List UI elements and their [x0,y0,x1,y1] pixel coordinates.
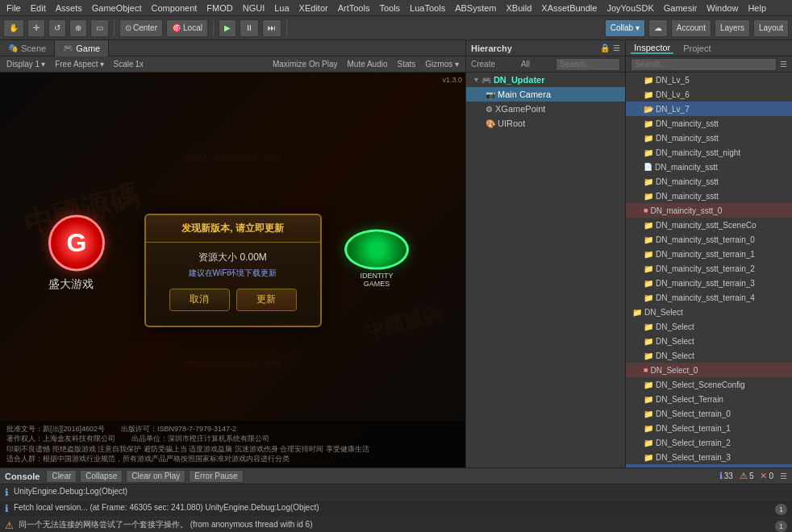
menu-edit[interactable]: Edit [27,3,49,13]
clear-on-play-button[interactable]: Clear on Play [126,470,185,483]
menu-component[interactable]: Component [148,3,200,13]
clear-button[interactable]: Clear [46,470,77,483]
inspector-item[interactable]: 📁DN_Select_terrain_0 [626,406,792,421]
play-button[interactable]: ▶ [219,19,236,37]
inspector-menu-icon[interactable]: ☰ [780,60,787,69]
inspector-item[interactable]: 📁DN_Lv_6 [626,87,792,102]
hierarchy-create-btn[interactable]: Create [471,60,495,69]
tab-project[interactable]: Project [680,44,714,53]
inspector-item[interactable]: 📁DN_Select [626,348,792,363]
inspector-item[interactable]: 📁DN_Select_terrain_2 [626,435,792,450]
hand-tool-button[interactable]: ✋ [3,19,24,37]
menu-arttools[interactable]: ArtTools [335,3,373,13]
dialog-resource-text: 资源大小 0.00M [154,251,312,264]
scale-tool-button[interactable]: ⊕ [69,19,87,37]
inspector-item[interactable]: 📄DN_maincity_sstt [626,160,792,174]
uiroot-icon: 🎨 [486,119,495,128]
hierarchy-root-item[interactable]: ▼ 🎮 DN_Updater [466,73,625,87]
center-button[interactable]: ⊙ Center [119,19,163,37]
menu-tools[interactable]: Tools [376,3,403,13]
menu-joyyousdk[interactable]: JoyYouSDK [603,3,657,13]
menu-window[interactable]: Window [703,3,741,13]
inspector-item[interactable]: 📁DN_maincity_sstt [626,131,792,145]
inspector-item[interactable]: 📁DN_Select_terrain_3 [626,450,792,464]
account-button[interactable]: Account [671,19,711,37]
pause-button[interactable]: ⏸ [240,19,259,37]
inspector-item[interactable]: 📂DN_Lv_7 [626,102,792,116]
inspector-item[interactable]: 📁DN_Select_SceneConfig [626,377,792,392]
inspector-item[interactable]: 📁DN_Select [626,319,792,334]
console-row[interactable]: ℹFetch local version... (at Frame: 46305… [0,501,792,517]
inspector-item[interactable]: 📁DN_Select [626,305,792,319]
console-menu-icon[interactable]: ☰ [780,472,787,480]
inspector-item[interactable]: 📁DN_Select [626,334,792,348]
display-selector[interactable]: Display 1 ▾ [3,60,48,69]
inspector-item[interactable]: 📁DN_Select_terrain_1 [626,421,792,435]
menu-assets[interactable]: Assets [52,3,85,13]
local-label: Local [183,23,202,32]
aspect-selector[interactable]: Free Aspect ▾ [52,60,106,69]
hierarchy-lock-icon[interactable]: 🔒 [600,44,610,52]
inspector-item[interactable]: 📁DN_maincity_sstt [626,174,792,189]
warning-count: 5 [749,472,754,480]
inspector-item[interactable]: 📁DN_maincity_sstt [626,189,792,203]
console-row[interactable]: ℹUnityEngine.Debug:Log(Object) [0,484,792,501]
layout-button[interactable]: Layout [753,19,789,37]
rotate-tool-button[interactable]: ↺ [48,19,66,37]
scale-control[interactable]: Scale 1x [110,60,148,69]
menu-gameobject[interactable]: GameObject [89,3,145,13]
local-button[interactable]: 🎯 Local [166,19,208,37]
hierarchy-item-main-camera[interactable]: 📷 Main Camera [466,87,625,102]
menu-luatools[interactable]: LuaTools [406,3,448,13]
menu-gamesir[interactable]: Gamesir [661,3,701,13]
mute-audio[interactable]: Mute Audio [344,60,390,69]
console-row[interactable]: ⚠同一个无法连接的网络尝试了一个套接字操作。 (from anonymous t… [0,517,792,532]
move-tool-button[interactable]: ✛ [27,19,45,37]
cloud-button[interactable]: ☁ [648,19,668,37]
inspector-item[interactable]: 📁DN_Select_Terrain [626,392,792,406]
maximize-on-play[interactable]: Maximize On Play [269,60,341,69]
menu-lua[interactable]: Lua [271,3,292,13]
inspector-search-input[interactable] [631,58,777,71]
cancel-button[interactable]: 取消 [169,289,230,311]
menu-xbuild[interactable]: XBuild [503,3,536,13]
hierarchy-all-btn[interactable]: All [521,60,530,69]
tab-inspector[interactable]: Inspector [631,43,673,54]
inspector-item[interactable]: 📁DN_maincity_sstt_terrain_2 [626,261,792,276]
step-button[interactable]: ⏭ [262,19,281,37]
collab-button[interactable]: Collab ▾ [605,19,645,37]
tab-scene[interactable]: 🎭 Scene [0,40,55,56]
menu-xeditor[interactable]: XEditor [296,3,331,13]
inspector-item[interactable]: 📁DN_Lv_5 [626,73,792,87]
hierarchy-search-input[interactable] [556,58,620,71]
rect-tool-button[interactable]: ▭ [90,19,109,37]
inspector-item[interactable]: ■DN_Select_0 [626,363,792,377]
menu-file[interactable]: File [3,3,24,13]
menu-fmod[interactable]: FMOD [203,3,236,13]
inspector-item[interactable]: 📁DN_maincity_sstt [626,116,792,131]
hierarchy-item-xgamepoint[interactable]: ⚙ XGamePoint [466,102,625,116]
stats-toggle[interactable]: Stats [394,60,419,69]
menu-absystem[interactable]: ABSystem [452,3,499,13]
dialog-overlay: 发现新版本, 请立即更新 资源大小 0.00M 建议在WiFi环境下载更新 取消… [0,73,465,468]
hierarchy-menu-icon[interactable]: ☰ [613,44,620,52]
update-button[interactable]: 更新 [236,289,297,311]
error-pause-button[interactable]: Error Pause [189,470,243,483]
inspector-item[interactable]: 📁DN_maincity_sstt_terrain_4 [626,290,792,305]
stats-label: Stats [398,60,416,69]
menu-ngui[interactable]: NGUI [240,3,269,13]
inspector-item[interactable]: 📁DN_maincity_sstt_terrain_1 [626,247,792,261]
inspector-item[interactable]: 📂DN_Updater [626,464,792,468]
layers-button[interactable]: Layers [715,19,750,37]
hierarchy-item-uiroot[interactable]: 🎨 UIRoot [466,116,625,131]
inspector-item[interactable]: 📁DN_maincity_sstt_SceneCo [626,218,792,232]
inspector-item[interactable]: 📁DN_maincity_sstt_terrain_0 [626,232,792,247]
inspector-item[interactable]: 📁DN_maincity_sstt_terrain_3 [626,276,792,290]
inspector-item[interactable]: 📁DN_maincity_sstt_night [626,145,792,160]
gizmos-toggle[interactable]: Gizmos ▾ [422,60,462,69]
collapse-button[interactable]: Collapse [80,470,123,483]
menu-help[interactable]: Help [744,3,769,13]
inspector-item[interactable]: ■DN_maincity_sstt_0 [626,203,792,218]
menu-xasset[interactable]: XAssetBundle [538,3,600,13]
tab-game[interactable]: 🎮 Game [55,40,109,56]
